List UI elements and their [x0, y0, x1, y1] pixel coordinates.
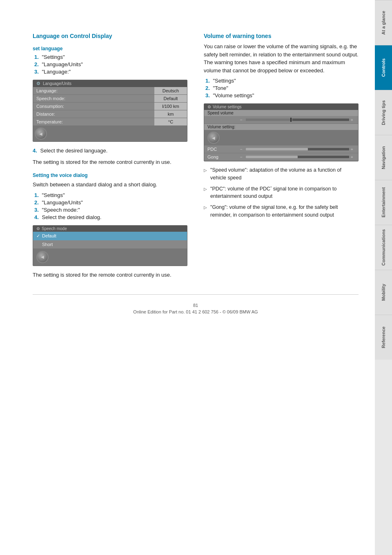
footer-text: Online Edition for Part no. 01 41 2 602 … [133, 309, 258, 314]
vd-step-3: 3. "Speech mode:" [33, 207, 187, 213]
speech-default-row: ✓ Default [33, 232, 187, 240]
voice-dialog-note: The setting is stored for the remote con… [33, 271, 187, 279]
step-1: 1. "Settings" [33, 54, 187, 60]
language-units-table: Language: Deutsch Speech mode: Default C… [33, 87, 187, 126]
voice-dialog-intro: Switch between a standard dialog and a s… [33, 181, 187, 189]
language-note: The setting is stored for the remote con… [33, 158, 187, 166]
volume-section-title: Volume of warning tones [204, 33, 359, 39]
speech-icon: ⚙ [36, 226, 40, 231]
vd-step-2: 2. "Language/Units" [33, 199, 187, 206]
set-language-steps: 1. "Settings" 2. "Language/Units" 3. "La… [33, 54, 187, 75]
vd-step-1: 1. "Settings" [33, 192, 187, 198]
sidebar-tab-reference[interactable]: Reference [375, 315, 392, 360]
bullet-gong: "Gong": volume of the signal tone, e.g. … [204, 204, 359, 219]
sidebar-tab-navigation[interactable]: Navigation [375, 135, 392, 180]
screenshot-title-bar: ⚙ Language/Units [33, 80, 187, 87]
step-2: 2. "Language/Units" [33, 61, 187, 67]
sidebar-tab-mobility[interactable]: Mobility [375, 270, 392, 315]
volume-icon: ⚙ [207, 105, 211, 109]
volume-steps: 1. "Settings" 2. "Tone" 3. "Volume setti… [204, 78, 359, 98]
sidebar-tab-communications[interactable]: Communications [375, 225, 392, 270]
speech-short-row: Short [33, 240, 187, 248]
vol-step-1: 1. "Settings" [204, 78, 359, 84]
volume-setting-header: Volume setting: [204, 124, 358, 130]
table-row: Distance: km [33, 110, 187, 118]
speech-knob-area: ◀ [33, 248, 187, 266]
speed-volume-bar [246, 119, 349, 121]
sidebar-tab-controls[interactable]: Controls [375, 45, 392, 90]
pdc-bar [246, 148, 349, 150]
right-column: Volume of warning tones You can raise or… [204, 33, 359, 282]
language-units-screenshot: ⚙ Language/Units Language: Deutsch Speec… [33, 80, 187, 142]
speech-title-bar: ⚙ Speech mode [33, 226, 187, 232]
volume-knob-area: ◀ [204, 130, 358, 145]
vol-step-3: 3. "Volume settings" [204, 92, 359, 98]
voice-dialog-steps: 1. "Settings" 2. "Language/Units" 3. "Sp… [33, 192, 187, 220]
knob-area: ◀ [33, 126, 187, 141]
gong-bar [246, 156, 349, 158]
volume-title-bar: ⚙ Volume settings [204, 104, 358, 110]
bullet-pdc: "PDC": volume of the PDC* signal tone in… [204, 185, 359, 201]
table-row: Language: Deutsch [33, 87, 187, 95]
left-column: Language on Control Display set language… [33, 33, 187, 282]
volume-settings-screenshot: ⚙ Volume settings Speed volume − [204, 103, 359, 161]
sidebar: At a glance Controls Driving tips Naviga… [375, 0, 392, 555]
bullet-speed-volume: "Speed volume": adaptation of the volume… [204, 166, 359, 182]
voice-dialog-subtitle: Setting the voice dialog [33, 172, 187, 178]
gong-row: Gong − + [204, 153, 358, 161]
vd-step-4: 4. Select the desired dialog. [33, 214, 187, 220]
speed-volume-bar-row: − + [204, 116, 358, 124]
table-row: Consumption: l/100 km [33, 103, 187, 110]
speech-control-knob[interactable]: ◀ [36, 251, 49, 263]
speed-volume-header: Speed volume [204, 110, 358, 116]
volume-bullets: "Speed volume": adaptation of the volume… [204, 166, 359, 219]
sidebar-tab-entertainment[interactable]: Entertainment [375, 180, 392, 225]
sidebar-tab-driving-tips[interactable]: Driving tips [375, 90, 392, 135]
sidebar-tab-at-a-glance[interactable]: At a glance [375, 0, 392, 45]
control-knob[interactable]: ◀ [35, 128, 47, 140]
speech-mode-screenshot: ⚙ Speech mode ✓ Default Short ◀ [33, 225, 187, 266]
step-3: 3. "Language:" [33, 69, 187, 75]
volume-intro: You can raise or lower the volume of the… [204, 43, 359, 74]
pdc-row: PDC − + [204, 145, 358, 153]
set-language-subtitle: set language [33, 46, 187, 51]
page-footer: 81 Online Edition for Part no. 01 41 2 6… [33, 294, 359, 318]
settings-icon: ⚙ [36, 81, 40, 86]
vol-step-2: 2. "Tone" [204, 85, 359, 91]
step4-text: 4. Select the desired language. [33, 147, 187, 155]
volume-control-knob[interactable]: ◀ [207, 132, 220, 144]
page-number: 81 [33, 303, 359, 308]
table-row: Temperature: °C [33, 118, 187, 126]
table-row: Speech mode: Default [33, 95, 187, 103]
language-section-title: Language on Control Display [33, 33, 187, 39]
